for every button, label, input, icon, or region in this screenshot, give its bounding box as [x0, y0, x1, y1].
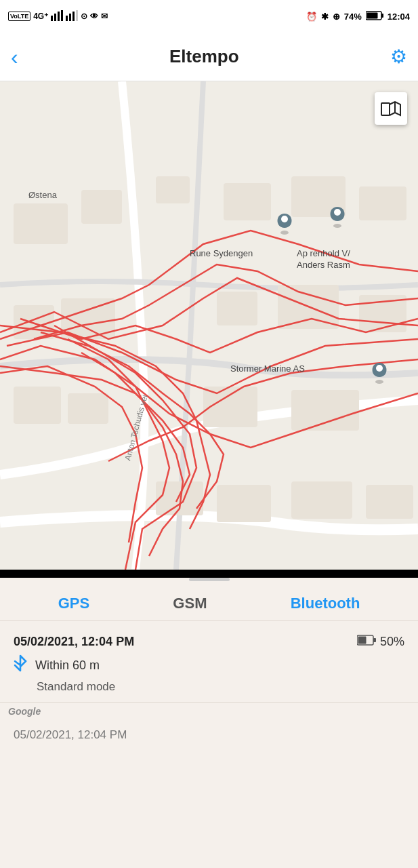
- status-bar: VoLTE 4G⁺ ⊙ 👁 ✉ ⏰ ✱ ⊕ 74% 12:04: [0, 0, 418, 33]
- google-logo: Google: [8, 706, 41, 717]
- back-button[interactable]: ‹: [11, 46, 18, 68]
- bluetooth-icon-card: [14, 654, 27, 676]
- signal-bars-1: [51, 10, 63, 23]
- svg-rect-12: [14, 203, 68, 244]
- svg-rect-13: [81, 190, 122, 224]
- page-title: Eltempo: [169, 46, 239, 67]
- location-info-card: 05/02/2021, 12:04 PM 50% Within 60 m Sta…: [0, 621, 418, 703]
- compass-icon: ⊙: [81, 12, 87, 21]
- svg-rect-17: [359, 186, 406, 220]
- svg-rect-30: [366, 485, 413, 519]
- svg-rect-23: [14, 387, 61, 424]
- eye-icon: 👁: [90, 12, 98, 21]
- location-accuracy: Within 60 m: [35, 658, 100, 673]
- clock-time: 12:04: [388, 12, 410, 22]
- svg-rect-10: [367, 12, 377, 18]
- svg-text:Østena: Østena: [28, 190, 58, 200]
- battery-percent: 74%: [344, 12, 362, 22]
- svg-rect-5: [69, 14, 71, 21]
- location-mode: Standard mode: [14, 680, 404, 694]
- svg-rect-1: [54, 14, 56, 21]
- svg-rect-26: [291, 390, 359, 431]
- battery-icon: [366, 11, 383, 22]
- battery-info: 50%: [357, 635, 404, 649]
- svg-rect-6: [72, 12, 75, 21]
- svg-point-32: [281, 216, 288, 222]
- status-bar-left: VoLTE 4G⁺ ⊙ 👁 ✉: [8, 10, 108, 23]
- svg-rect-7: [76, 10, 78, 21]
- svg-point-35: [375, 380, 383, 384]
- status-bar-right: ⏰ ✱ ⊕ 74% 12:04: [306, 11, 410, 22]
- svg-text:Anders Rasm: Anders Rasm: [297, 260, 350, 270]
- svg-rect-50: [373, 638, 376, 642]
- google-attribution: Google: [0, 703, 418, 720]
- volte-indicator: VoLTE: [8, 12, 30, 21]
- bluetooth-status-icon: ✱: [321, 12, 329, 22]
- svg-point-36: [376, 365, 383, 372]
- mail-icon: ✉: [101, 12, 108, 21]
- settings-button[interactable]: ⚙: [390, 45, 407, 68]
- top-nav: ‹ Eltempo ⚙: [0, 33, 418, 81]
- battery-percent-card: 50%: [380, 635, 404, 649]
- network-type: 4G⁺: [33, 12, 48, 21]
- bottom-panel: GPS GSM Bluetooth 05/02/2021, 12:04 PM 5…: [0, 578, 418, 868]
- svg-rect-3: [61, 10, 63, 21]
- signal-bars-2: [66, 10, 78, 23]
- tab-bluetooth[interactable]: Bluetooth: [280, 592, 371, 615]
- svg-rect-24: [68, 393, 108, 424]
- svg-point-34: [334, 209, 341, 216]
- svg-point-33: [333, 224, 341, 228]
- svg-rect-9: [381, 14, 383, 18]
- svg-rect-0: [51, 16, 53, 21]
- svg-rect-15: [224, 183, 271, 220]
- map-background: Østena Rune Sydengen Ap renhold V/ Ander…: [0, 81, 418, 570]
- map-container[interactable]: Østena Rune Sydengen Ap renhold V/ Ander…: [0, 81, 418, 570]
- svg-text:Ap renhold V/: Ap renhold V/: [297, 248, 350, 258]
- tab-gps[interactable]: GPS: [47, 592, 100, 615]
- svg-rect-4: [66, 16, 68, 21]
- info-detail-row: Within 60 m: [14, 654, 404, 676]
- svg-rect-14: [156, 176, 190, 203]
- alarm-icon: ⏰: [306, 12, 317, 22]
- map-icon: [380, 98, 402, 119]
- next-entry-preview[interactable]: 05/02/2021, 12:04 PM: [0, 720, 418, 750]
- location-datetime: 05/02/2021, 12:04 PM: [14, 635, 134, 649]
- map-view-toggle[interactable]: [375, 92, 407, 125]
- svg-rect-47: [381, 103, 390, 115]
- svg-rect-29: [291, 481, 352, 519]
- location-icon: ⊕: [333, 12, 340, 22]
- svg-rect-27: [156, 481, 203, 515]
- svg-rect-20: [217, 292, 257, 326]
- svg-text:Rune Sydengen: Rune Sydengen: [190, 248, 253, 258]
- tab-gsm[interactable]: GSM: [162, 592, 217, 615]
- svg-rect-28: [217, 485, 271, 522]
- svg-text:Stormer Marine AS: Stormer Marine AS: [230, 363, 305, 374]
- svg-point-31: [280, 231, 289, 235]
- info-top-row: 05/02/2021, 12:04 PM 50%: [14, 635, 404, 649]
- svg-rect-2: [58, 12, 60, 21]
- svg-rect-51: [358, 637, 366, 644]
- tab-bar: GPS GSM Bluetooth: [0, 581, 418, 621]
- battery-icon-card: [357, 635, 376, 649]
